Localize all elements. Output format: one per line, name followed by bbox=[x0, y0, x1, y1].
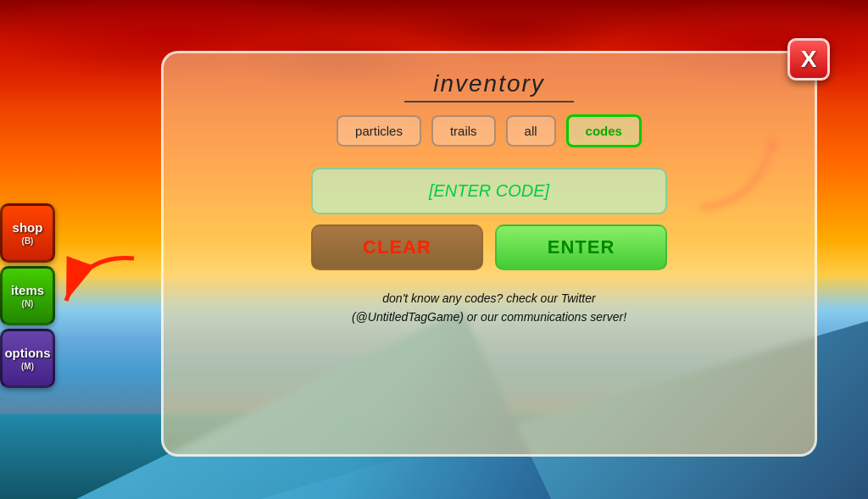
sidebar-item-options[interactable]: options (M) bbox=[0, 329, 55, 388]
sidebar-item-items[interactable]: items (N) bbox=[0, 266, 55, 325]
options-key: (M) bbox=[21, 362, 34, 371]
sidebar-item-shop[interactable]: shop (B) bbox=[0, 203, 55, 263]
inventory-modal: inventory particles trails all codes CLE… bbox=[161, 51, 817, 457]
tab-trails[interactable]: trails bbox=[431, 115, 496, 147]
codes-section: CLEAR ENTER bbox=[311, 168, 667, 270]
modal-title: inventory bbox=[404, 70, 574, 103]
clear-button[interactable]: CLEAR bbox=[311, 225, 483, 270]
tab-row: particles trails all codes bbox=[337, 114, 642, 147]
sidebar: shop (B) items (N) options (M) bbox=[0, 203, 55, 388]
tab-codes[interactable]: codes bbox=[566, 114, 642, 147]
code-input[interactable] bbox=[311, 168, 667, 214]
enter-button[interactable]: ENTER bbox=[495, 225, 667, 270]
items-key: (N) bbox=[22, 299, 34, 308]
arrow-items-left bbox=[58, 250, 142, 318]
tab-particles[interactable]: particles bbox=[337, 115, 421, 147]
action-buttons: CLEAR ENTER bbox=[311, 225, 667, 270]
close-button[interactable]: X bbox=[787, 38, 830, 80]
shop-label: shop bbox=[13, 220, 43, 235]
items-label: items bbox=[11, 283, 44, 297]
shop-key: (B) bbox=[22, 236, 34, 246]
tab-all[interactable]: all bbox=[506, 115, 556, 147]
options-label: options bbox=[4, 346, 50, 360]
helper-text: don't know any codes? check our Twitter(… bbox=[352, 289, 626, 327]
